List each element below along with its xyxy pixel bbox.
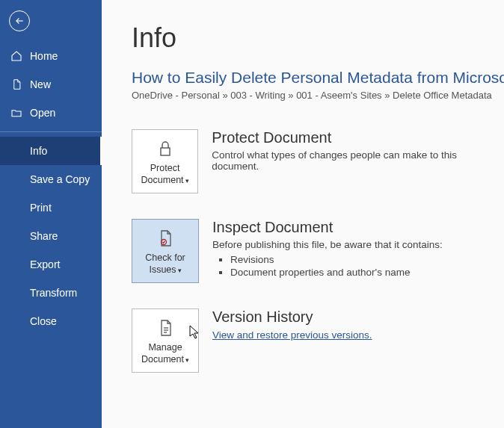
list-item: Revisions xyxy=(230,253,443,266)
sidebar-item-close[interactable]: Close xyxy=(0,307,102,335)
tile-label-line1: Manage xyxy=(148,342,182,353)
tile-label-line1: Check for xyxy=(145,252,185,263)
section-version: Manage Document▾ Version History View an… xyxy=(132,308,504,373)
sidebar-item-export[interactable]: Export xyxy=(0,250,102,279)
svg-rect-1 xyxy=(161,148,170,155)
list-item: Document properties and author's name xyxy=(230,266,443,279)
sidebar-item-transform[interactable]: Transform xyxy=(0,279,102,307)
backstage-sidebar: Home New Open Info Save a Copy Print Sha… xyxy=(0,0,102,428)
section-protect: Protect Document▾ Protect Document Contr… xyxy=(132,129,504,193)
lock-icon xyxy=(156,137,174,160)
section-body: Inspect Document Before publishing this … xyxy=(212,219,443,279)
section-desc: Control what types of changes people can… xyxy=(212,149,504,172)
sidebar-item-save-copy[interactable]: Save a Copy xyxy=(0,165,102,193)
section-title: Version History xyxy=(212,308,372,326)
chevron-down-icon: ▾ xyxy=(185,356,189,365)
new-file-icon xyxy=(10,78,22,90)
sidebar-item-label: Transform xyxy=(30,287,77,299)
section-title: Inspect Document xyxy=(212,219,443,236)
section-body: Protect Document Control what types of c… xyxy=(212,129,504,175)
info-page: Info How to Easily Delete Personal Metad… xyxy=(102,0,504,428)
document-title: How to Easily Delete Personal Metadata f… xyxy=(132,69,504,87)
sidebar-divider xyxy=(0,131,102,132)
document-check-icon xyxy=(156,227,174,249)
sidebar-item-label: Share xyxy=(30,230,58,242)
section-desc: Before publishing this file, be aware th… xyxy=(212,239,443,250)
section-title: Protect Document xyxy=(212,129,504,146)
arrow-left-icon xyxy=(14,16,25,26)
sidebar-item-label: Print xyxy=(30,202,52,214)
home-icon xyxy=(10,50,22,62)
view-versions-link[interactable]: View and restore previous versions. xyxy=(212,329,372,341)
sidebar-item-new[interactable]: New xyxy=(0,70,102,99)
section-inspect: Check for Issues▾ Inspect Document Befor… xyxy=(132,219,504,283)
sidebar-item-label: Close xyxy=(30,315,57,327)
sidebar-item-open[interactable]: Open xyxy=(0,99,102,127)
tile-label-line2: Document xyxy=(141,175,184,187)
sidebar-item-label: Save a Copy xyxy=(30,173,90,185)
back-button[interactable] xyxy=(9,10,30,31)
sidebar-item-label: New xyxy=(30,78,51,90)
sidebar-item-label: Info xyxy=(30,145,47,157)
issues-list: Revisions Document properties and author… xyxy=(230,253,443,279)
breadcrumb: OneDrive - Personal » 003 - Writing » 00… xyxy=(132,90,504,101)
chevron-down-icon: ▾ xyxy=(178,267,182,275)
sidebar-item-label: Export xyxy=(30,258,60,270)
sidebar-item-home[interactable]: Home xyxy=(0,42,102,70)
sidebar-item-info[interactable]: Info xyxy=(0,137,102,165)
sidebar-item-share[interactable]: Share xyxy=(0,222,102,250)
sidebar-item-label: Home xyxy=(30,50,58,62)
section-body: Version History View and restore previou… xyxy=(212,308,372,341)
folder-open-icon xyxy=(10,107,22,119)
check-for-issues-button[interactable]: Check for Issues▾ xyxy=(132,219,199,283)
tile-label-line1: Protect xyxy=(150,163,180,173)
sidebar-item-print[interactable]: Print xyxy=(0,193,102,222)
chevron-down-icon: ▾ xyxy=(185,177,189,185)
protect-document-button[interactable]: Protect Document▾ xyxy=(132,129,198,193)
document-icon xyxy=(156,317,174,339)
sidebar-item-label: Open xyxy=(30,107,55,119)
page-title: Info xyxy=(132,22,504,54)
tile-label-line2: Issues xyxy=(149,264,176,276)
manage-document-button[interactable]: Manage Document▾ xyxy=(132,308,199,373)
tile-label-line2: Document xyxy=(141,354,184,366)
